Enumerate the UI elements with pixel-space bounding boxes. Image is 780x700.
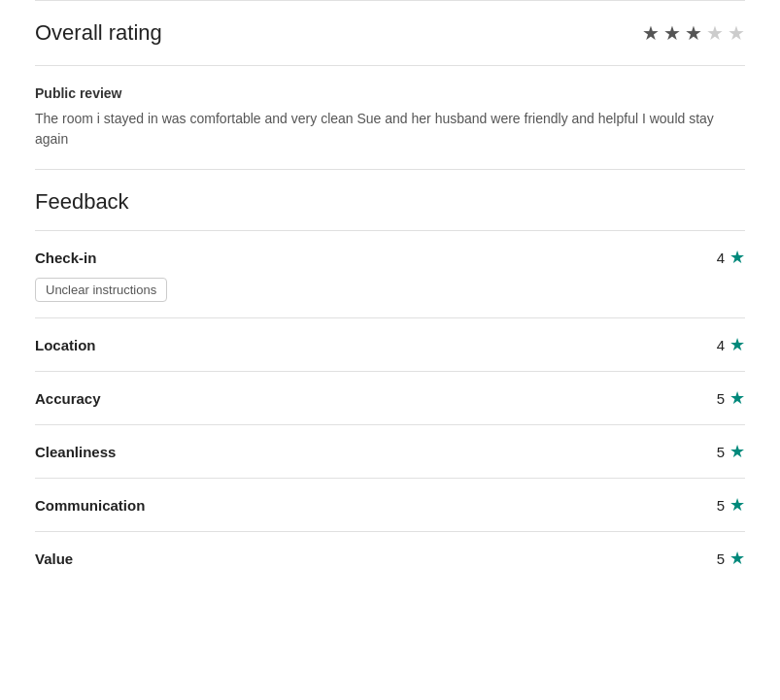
feedback-value-header: Value 5 ★	[35, 548, 745, 569]
location-score-value: 4	[717, 337, 725, 353]
star-5: ★	[728, 21, 745, 45]
checkin-score-value: 4	[717, 250, 725, 266]
feedback-item-location: Location 4 ★	[35, 317, 745, 371]
value-score-value: 5	[717, 550, 725, 567]
overall-rating-section: Overall rating ★ ★ ★ ★ ★	[35, 1, 745, 65]
public-review-text: The room i stayed in was comfortable and…	[35, 109, 745, 150]
accuracy-star-icon: ★	[729, 387, 745, 409]
feedback-accuracy-score: 5 ★	[717, 387, 745, 409]
feedback-cleanliness-score: 5 ★	[717, 441, 745, 462]
feedback-location-header: Location 4 ★	[35, 334, 745, 355]
feedback-item-cleanliness: Cleanliness 5 ★	[35, 424, 745, 478]
star-2: ★	[663, 21, 681, 45]
communication-score-value: 5	[717, 497, 725, 514]
star-3: ★	[685, 21, 702, 45]
feedback-item-checkin: Check-in 4 ★ Unclear instructions	[35, 230, 745, 317]
feedback-item-communication: Communication 5 ★	[35, 478, 745, 531]
cleanliness-score-value: 5	[717, 444, 725, 460]
accuracy-score-value: 5	[717, 390, 725, 407]
star-4: ★	[706, 21, 724, 45]
feedback-cleanliness-header: Cleanliness 5 ★	[35, 441, 745, 462]
feedback-cleanliness-label: Cleanliness	[35, 444, 116, 460]
feedback-title: Feedback	[35, 189, 745, 215]
main-container: Overall rating ★ ★ ★ ★ ★ Public review T…	[0, 0, 780, 594]
unclear-instructions-tag: Unclear instructions	[35, 278, 167, 302]
feedback-value-label: Value	[35, 550, 73, 567]
feedback-checkin-score: 4 ★	[717, 247, 745, 268]
public-review-section: Public review The room i stayed in was c…	[35, 66, 745, 169]
feedback-item-value: Value 5 ★	[35, 531, 745, 584]
feedback-section: Feedback Check-in 4 ★ Unclear instructio…	[35, 170, 745, 594]
feedback-checkin-header: Check-in 4 ★	[35, 247, 745, 268]
feedback-item-accuracy: Accuracy 5 ★	[35, 371, 745, 424]
public-review-label: Public review	[35, 85, 745, 101]
feedback-accuracy-header: Accuracy 5 ★	[35, 387, 745, 409]
communication-star-icon: ★	[729, 494, 745, 516]
feedback-value-score: 5 ★	[717, 548, 745, 569]
feedback-location-label: Location	[35, 337, 96, 353]
overall-rating-stars: ★ ★ ★ ★ ★	[642, 21, 745, 45]
feedback-accuracy-label: Accuracy	[35, 390, 101, 407]
overall-rating-header: Overall rating ★ ★ ★ ★ ★	[35, 20, 745, 46]
checkin-star-icon: ★	[729, 247, 745, 268]
feedback-communication-header: Communication 5 ★	[35, 494, 745, 516]
value-star-icon: ★	[729, 548, 745, 569]
checkin-tags: Unclear instructions	[35, 278, 745, 302]
star-1: ★	[642, 21, 660, 45]
feedback-checkin-label: Check-in	[35, 250, 96, 266]
location-star-icon: ★	[729, 334, 745, 355]
feedback-communication-score: 5 ★	[717, 494, 745, 516]
feedback-location-score: 4 ★	[717, 334, 745, 355]
feedback-communication-label: Communication	[35, 497, 145, 514]
cleanliness-star-icon: ★	[729, 441, 745, 462]
overall-rating-title: Overall rating	[35, 20, 162, 46]
